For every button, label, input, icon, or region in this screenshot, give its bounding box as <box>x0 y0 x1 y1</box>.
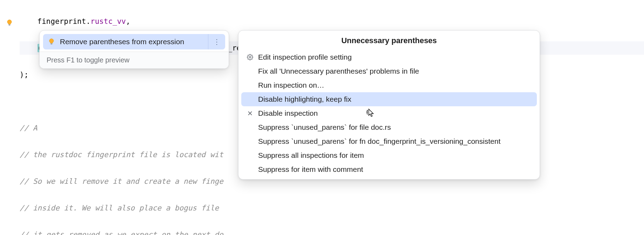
gear-icon <box>246 54 254 60</box>
lightbulb-icon <box>48 38 55 45</box>
kebab-icon: ⋮ <box>213 38 220 46</box>
intention-item-remove-parentheses[interactable]: Remove parentheses from expression <box>43 34 208 49</box>
svg-point-2 <box>249 56 251 58</box>
submenu-item-label: Suppress `unused_parens` for fn doc_fing… <box>258 137 500 146</box>
submenu-item-label: Suppress for item with comment <box>258 165 363 174</box>
intention-hint: Press F1 to toggle preview <box>40 52 229 68</box>
submenu-item-disable-inspection[interactable]: Disable inspection <box>238 106 540 120</box>
code-token: rustc_vv <box>90 17 126 26</box>
submenu-item-label: Fix all 'Unnecessary parentheses' proble… <box>258 67 419 75</box>
svg-rect-1 <box>51 43 53 45</box>
submenu-item-suppress-comment[interactable]: Suppress for item with comment <box>238 162 540 176</box>
inspection-submenu: Unnecessary parentheses Edit inspection … <box>238 30 540 180</box>
code-comment: // it gets removed as we expect on the n… <box>20 230 223 235</box>
submenu-item-suppress-fn[interactable]: Suppress `unused_parens` for fn doc_fing… <box>238 134 540 148</box>
submenu-item-disable-highlighting[interactable]: Disable highlighting, keep fix <box>241 92 537 106</box>
submenu-item-label: Suppress `unused_parens` for file doc.rs <box>258 123 391 132</box>
code-comment: // inside it. We will also place a bogus… <box>20 204 223 212</box>
intention-more-button[interactable]: ⋮ <box>208 34 225 49</box>
code-token: fingerprint <box>37 17 86 26</box>
close-icon <box>246 110 254 116</box>
submenu-item-fix-all[interactable]: Fix all 'Unnecessary parentheses' proble… <box>238 64 540 78</box>
submenu-item-label: Disable highlighting, keep fix <box>258 95 351 103</box>
code-comment: // the rustdoc fingerprint file is locat… <box>20 150 223 159</box>
submenu-item-label: Disable inspection <box>258 109 318 118</box>
submenu-item-suppress-all[interactable]: Suppress all inspections for item <box>238 148 540 162</box>
intention-label: Remove parentheses from expression <box>60 38 184 46</box>
submenu-item-label: Run inspection on… <box>258 81 324 89</box>
code-comment: // So we will remove it and create a new… <box>20 177 223 186</box>
submenu-title: Unnecessary parentheses <box>238 31 540 50</box>
submenu-item-edit-profile[interactable]: Edit inspection profile setting <box>238 50 540 64</box>
submenu-item-label: Suppress all inspections for item <box>258 151 364 160</box>
intention-popup: Remove parentheses from expression ⋮ Pre… <box>39 30 229 69</box>
submenu-item-suppress-file[interactable]: Suppress `unused_parens` for file doc.rs <box>238 120 540 134</box>
submenu-item-label: Edit inspection profile setting <box>258 53 352 61</box>
code-comment: // A <box>20 124 37 132</box>
submenu-item-run-inspection[interactable]: Run inspection on… <box>238 78 540 92</box>
